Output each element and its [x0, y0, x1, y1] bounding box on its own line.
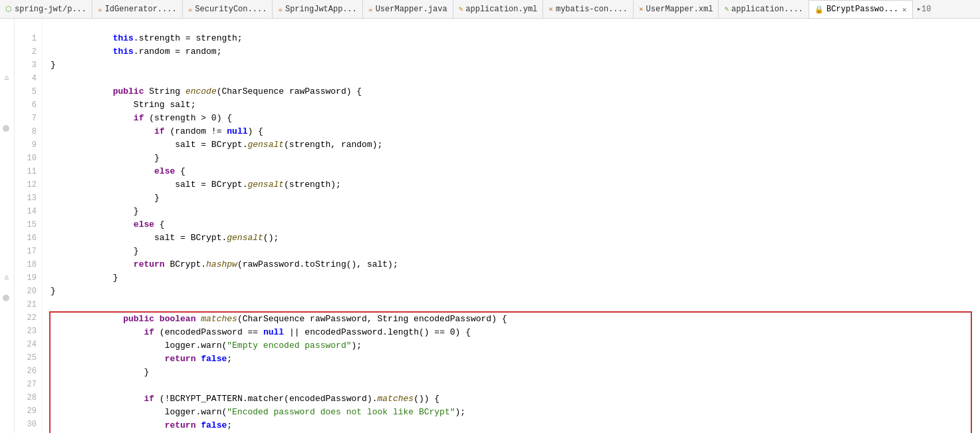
code-line-2: this.random = random;	[51, 45, 980, 59]
code-line-28: if (!BCRYPT_PATTERN.matcher(encodedPassw…	[51, 392, 971, 406]
tab-icon-usermapper-xml: ✕	[639, 5, 644, 13]
tab-bcryptpasswo[interactable]: 🔒 BCryptPasswo... ✕	[809, 0, 913, 18]
code-line-5: public String encode(CharSequence rawPas…	[51, 85, 980, 98]
code-line-17: }	[51, 245, 980, 258]
tab-label-application-leaf: application....	[731, 5, 803, 14]
code-line-19: }	[51, 271, 980, 285]
tab-icon-application-yml: ✎	[459, 5, 463, 13]
code-line-10: }	[51, 152, 980, 165]
code-line-24: logger.warn("Empty encoded password");	[51, 339, 971, 353]
tab-application-yml[interactable]: ✎ application.yml	[453, 0, 544, 18]
code-line-11: else {	[51, 165, 980, 178]
code-line-7: if (strength > 0) {	[51, 112, 980, 125]
code-line-12: salt = BCrypt.gensalt(strength);	[51, 178, 980, 192]
tab-label-application-yml: application.yml	[465, 5, 537, 14]
code-line-9: salt = BCrypt.gensalt(strength, random);	[51, 138, 980, 152]
annotation-dot-2	[3, 295, 9, 301]
tab-springjwtapp[interactable]: ☕ SpringJwtApp...	[273, 0, 363, 18]
tab-bar: ⬡ spring-jwt/p... ☕ IdGenerator.... ☕ Se…	[0, 0, 980, 19]
code-line-22: public boolean matches(CharSequence rawP…	[51, 313, 971, 326]
code-area[interactable]: this.strength = strength; this.random = …	[43, 19, 980, 433]
editor-wrapper: △ △ 1 2 3 4 5 6 7 8 9 10 11 12 13 14 15	[0, 19, 980, 433]
tab-usermapper-java[interactable]: ☕ UserMapper.java	[363, 0, 453, 18]
tab-icon-securitycon: ☕	[188, 5, 193, 13]
tab-icon-spring-jwt: ⬡	[5, 5, 12, 13]
tab-label-bcryptpasswo: BCryptPasswo...	[826, 5, 898, 14]
tab-mybatis-con[interactable]: ✕ mybatis-con....	[543, 0, 634, 18]
tab-icon-mybatis-con: ✕	[549, 5, 553, 13]
tab-icon-springjwtapp: ☕	[278, 5, 283, 13]
line-numbers: 1 2 3 4 5 6 7 8 9 10 11 12 13 14 15 16 1…	[15, 19, 43, 433]
tab-label-usermapper-xml: UserMapper.xml	[646, 5, 713, 14]
code-line-29: logger.warn("Encoded password does not l…	[51, 406, 971, 419]
code-line-18: return BCrypt.hashpw(rawPassword.toStrin…	[51, 258, 980, 271]
tab-close-bcryptpasswo[interactable]: ✕	[902, 5, 907, 14]
code-line-27	[51, 379, 971, 392]
tab-label-springjwtapp: SpringJwtApp...	[285, 5, 357, 14]
tab-application-leaf[interactable]: ✎ application....	[719, 0, 809, 18]
code-line-20: }	[51, 285, 980, 298]
code-line-14: }	[51, 205, 980, 218]
code-content: △ △ 1 2 3 4 5 6 7 8 9 10 11 12 13 14 15	[0, 19, 980, 433]
tab-icon-bcryptpasswo: 🔒	[814, 5, 824, 14]
code-line-3: }	[51, 59, 980, 72]
tab-icon-idgenerator: ☕	[98, 5, 102, 13]
annotation-dot-1	[3, 125, 9, 132]
code-line-6: String salt;	[51, 98, 980, 112]
tab-overflow[interactable]: ▸10	[913, 0, 935, 18]
code-line-4	[51, 72, 980, 85]
gutter-icons: △ △	[0, 19, 15, 433]
code-line-1: this.strength = strength;	[51, 32, 980, 45]
code-line-0	[51, 19, 980, 32]
tab-securitycon[interactable]: ☕ SecurityCon....	[183, 0, 273, 18]
highlight-block: public boolean matches(CharSequence rawP…	[49, 311, 972, 433]
code-line-15: else {	[51, 218, 980, 231]
tab-idgenerator[interactable]: ☕ IdGenerator....	[92, 0, 183, 18]
annotation-matches: △	[1, 271, 12, 282]
tab-label-mybatis-con: mybatis-con....	[556, 5, 628, 14]
code-line-13: }	[51, 192, 980, 205]
annotation-encode: △	[1, 72, 12, 82]
code-line-8: if (random != null) {	[51, 125, 980, 138]
tab-label-usermapper-java: UserMapper.java	[376, 5, 447, 14]
tab-label-idgenerator: IdGenerator....	[105, 5, 177, 14]
tab-label-spring-jwt: spring-jwt/p...	[15, 5, 86, 14]
code-line-23: if (encodedPassword == null || encodedPa…	[51, 326, 971, 339]
tab-label-securitycon: SecurityCon....	[195, 5, 267, 14]
code-line-30: return false;	[51, 419, 971, 432]
code-line-25: return false;	[51, 353, 971, 366]
code-line-21	[51, 298, 980, 311]
tab-spring-jwt[interactable]: ⬡ spring-jwt/p...	[0, 0, 92, 18]
code-line-16: salt = BCrypt.gensalt();	[51, 231, 980, 245]
tab-icon-usermapper-java: ☕	[368, 5, 373, 13]
tab-icon-application-leaf: ✎	[724, 5, 729, 13]
tab-usermapper-xml[interactable]: ✕ UserMapper.xml	[634, 0, 719, 18]
code-line-26: }	[51, 366, 971, 379]
